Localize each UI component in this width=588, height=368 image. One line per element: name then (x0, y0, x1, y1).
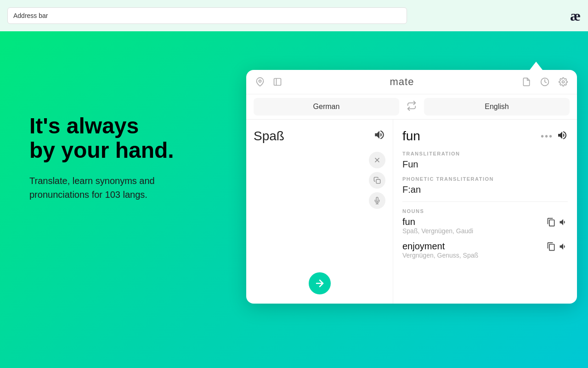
lang-to-button[interactable]: English (424, 98, 570, 115)
noun-audio-icon-enjoyment[interactable] (559, 242, 568, 253)
noun-content-fun: fun Spaß, Vergnügen, Gaudi (402, 217, 543, 235)
noun-audio-icon-fun[interactable] (559, 218, 568, 229)
nouns-label: NOUNS (402, 208, 568, 214)
hero-subtitle: Translate, learn synonyms and pronunciat… (29, 174, 213, 201)
address-bar[interactable]: Address bar (7, 7, 407, 24)
phonetic-value: F:an (402, 184, 568, 195)
notebook-icon[interactable] (271, 75, 284, 88)
noun-content-enjoyment: enjoyment Vergnügen, Genuss, Spaß (402, 241, 543, 259)
main-area: It's always by your hand. Translate, lea… (0, 31, 588, 368)
address-bar-text: Address bar (13, 12, 48, 19)
doc-icon[interactable] (520, 75, 533, 88)
close-action-button[interactable] (369, 152, 385, 168)
noun-synonyms-enjoyment: Vergnügen, Genuss, Spaß (402, 252, 543, 259)
svg-point-4 (562, 81, 565, 83)
hero-title: It's always by your hand. (29, 114, 213, 163)
hero-section: It's always by your hand. Translate, lea… (29, 114, 213, 201)
lang-swap-icon[interactable] (403, 99, 420, 115)
result-audio-button[interactable] (557, 130, 568, 143)
noun-actions-enjoyment (547, 241, 568, 253)
noun-word-enjoyment: enjoyment (402, 241, 543, 252)
phonetic-label: PHONETIC TRANSLITERATION (402, 176, 568, 182)
browser-chrome: Address bar æ (0, 0, 588, 31)
popup-header-right (520, 75, 570, 88)
transliteration-value: Fun (402, 159, 568, 170)
popup-header-icons (254, 75, 284, 88)
popup-header: mate (246, 70, 577, 94)
noun-synonyms-fun: Spaß, Vergnügen, Gaudi (402, 227, 543, 235)
result-word: fun (402, 129, 541, 144)
noun-copy-icon-enjoyment[interactable] (547, 242, 556, 253)
popup-title: mate (288, 76, 516, 88)
settings-icon[interactable] (557, 75, 570, 88)
translate-arrow-button[interactable] (309, 272, 331, 294)
more-options-icon[interactable]: ••• (541, 131, 553, 142)
translation-popup: mate (246, 70, 577, 304)
copy-alt-action-button[interactable] (369, 172, 385, 189)
language-bar: German English (246, 94, 577, 120)
source-audio-button[interactable] (373, 129, 385, 144)
result-word-row: fun ••• (402, 129, 568, 144)
popup-arrow (530, 62, 543, 70)
noun-item-enjoyment: enjoyment Vergnügen, Genuss, Spaß (402, 241, 568, 259)
pin-icon[interactable] (254, 75, 266, 88)
divider (402, 201, 568, 202)
noun-actions-fun (547, 217, 568, 229)
source-word: Spaß (254, 129, 385, 144)
lang-from-button[interactable]: German (254, 98, 399, 115)
transliteration-label: TRANSLITERATION (402, 151, 568, 156)
svg-point-0 (259, 80, 261, 82)
left-panel: Spaß (246, 120, 393, 304)
browser-logo: æ (570, 7, 581, 24)
right-panel: fun ••• TRANSLITERATION Fun PHONETIC TRA… (393, 120, 577, 304)
history-icon[interactable] (538, 75, 551, 88)
translation-body: Spaß (246, 120, 577, 304)
svg-rect-1 (274, 79, 281, 86)
noun-item-fun: fun Spaß, Vergnügen, Gaudi (402, 217, 568, 235)
noun-word-fun: fun (402, 217, 543, 227)
svg-rect-7 (376, 179, 380, 184)
action-buttons (369, 152, 385, 209)
mic-action-button[interactable] (369, 192, 385, 209)
noun-copy-icon-fun[interactable] (547, 218, 556, 229)
